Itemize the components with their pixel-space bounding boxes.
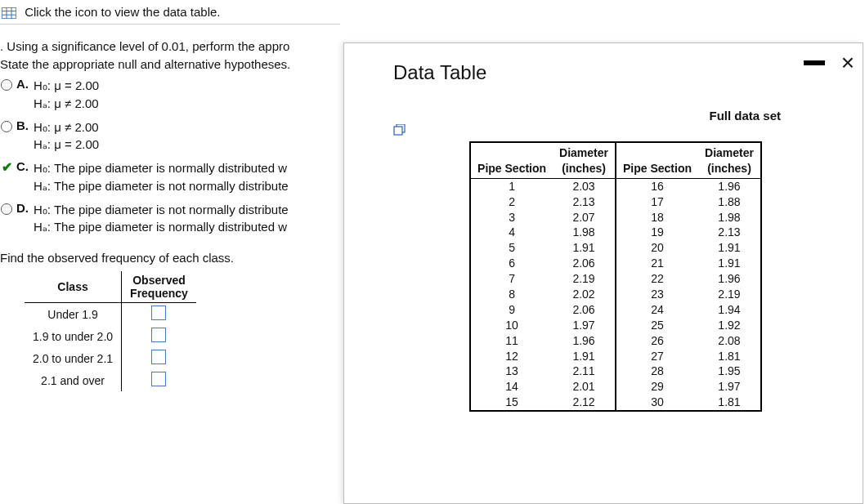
- data-cell: 20: [616, 240, 698, 256]
- data-cell: 16: [616, 178, 698, 194]
- data-cell: 2.08: [698, 333, 761, 349]
- table-row: Under 1.9: [25, 303, 196, 326]
- data-cell: 1.91: [553, 240, 616, 256]
- frequency-table: Class ObservedFrequency Under 1.91.9 to …: [25, 271, 196, 391]
- data-cell: 29: [616, 379, 698, 395]
- data-cell: 30: [616, 395, 698, 411]
- data-cell: 1.98: [698, 210, 761, 225]
- frequency-input[interactable]: [151, 328, 166, 342]
- question-state: State the appropriate null and alternati…: [0, 57, 340, 71]
- option-letter: D.: [16, 201, 29, 215]
- data-table-modal: × Data Table Full data set Diameter Diam…: [343, 42, 863, 504]
- data-cell: 1.96: [698, 178, 761, 194]
- minimize-icon[interactable]: [804, 60, 825, 65]
- data-cell: 25: [616, 318, 698, 333]
- col-class: Class: [25, 271, 122, 303]
- copy-icon[interactable]: [393, 124, 781, 138]
- frequency-input[interactable]: [151, 306, 166, 320]
- data-cell: 11: [470, 333, 553, 349]
- col-observed: ObservedFrequency: [122, 271, 196, 303]
- col-inches: (inches): [698, 161, 761, 178]
- data-cell: 8: [470, 287, 553, 302]
- radio-icon: [1, 203, 12, 215]
- data-cell: 27: [616, 349, 698, 364]
- data-cell: 2.19: [698, 287, 761, 302]
- close-icon[interactable]: ×: [841, 55, 854, 71]
- pipe-data-table: Diameter Diameter Pipe Section (inches) …: [469, 141, 762, 412]
- top-instruction: Click the icon to view the data table.: [25, 5, 220, 19]
- table-row: 142.01291.97: [470, 379, 761, 395]
- data-cell: 13: [470, 364, 553, 379]
- table-row: 132.11281.95: [470, 364, 761, 379]
- table-row: 62.06211.91: [470, 256, 761, 271]
- col-diameter: Diameter: [553, 142, 616, 161]
- frequency-input[interactable]: [151, 350, 166, 364]
- data-cell: 1.94: [698, 302, 761, 318]
- data-cell: 1.98: [553, 225, 616, 240]
- data-cell: 2.02: [553, 287, 616, 302]
- table-row: 12.03161.96: [470, 178, 761, 194]
- table-row: 51.91201.91: [470, 240, 761, 256]
- data-cell: 1.92: [698, 318, 761, 333]
- data-table-icon[interactable]: [2, 7, 16, 19]
- table-row: 41.98192.13: [470, 225, 761, 240]
- modal-title: Data Table: [393, 61, 838, 84]
- table-row: 2.1 and over: [25, 369, 196, 391]
- data-cell: 1.95: [698, 364, 761, 379]
- check-icon: ✔: [2, 162, 12, 173]
- frequency-input[interactable]: [151, 372, 166, 386]
- table-row: 72.19221.96: [470, 271, 761, 287]
- data-cell: 1.88: [698, 194, 761, 210]
- option-letter: B.: [16, 118, 29, 132]
- ha-text: Hₐ: The pipe diameter is not normally di…: [34, 177, 340, 195]
- data-cell: 1.91: [698, 256, 761, 271]
- col-diameter: Diameter: [698, 142, 761, 161]
- option-c[interactable]: ✔ C. H₀: The pipe diameter is normally d…: [0, 159, 340, 195]
- h0-text: H₀: The pipe diameter is normally distri…: [34, 159, 340, 177]
- radio-icon: [1, 121, 12, 132]
- data-cell: 28: [616, 364, 698, 379]
- data-cell: 14: [470, 379, 553, 395]
- data-cell: 6: [470, 256, 553, 271]
- data-cell: 24: [616, 302, 698, 318]
- data-cell: 1.81: [698, 395, 761, 411]
- data-cell: 1.97: [698, 379, 761, 395]
- data-cell: 2.12: [553, 395, 616, 411]
- full-data-set-label: Full data set: [393, 109, 838, 123]
- ha-text: Hₐ: μ ≠ 2.00: [34, 95, 340, 113]
- h0-text: H₀: The pipe diameter is not normally di…: [34, 201, 340, 219]
- data-cell: 4: [470, 225, 553, 240]
- class-label: 2.0 to under 2.1: [25, 347, 122, 369]
- data-cell: 17: [616, 194, 698, 210]
- data-cell: 21: [616, 256, 698, 271]
- data-cell: 19: [616, 225, 698, 240]
- data-cell: 9: [470, 302, 553, 318]
- option-b[interactable]: B. H₀: μ ≠ 2.00 Hₐ: μ = 2.00: [0, 118, 340, 154]
- data-cell: 1.91: [553, 349, 616, 364]
- table-row: 2.0 to under 2.1: [25, 347, 196, 369]
- data-cell: 1.81: [698, 349, 761, 364]
- data-cell: 1.91: [698, 240, 761, 256]
- data-cell: 7: [470, 271, 553, 287]
- table-row: 152.12301.81: [470, 395, 761, 411]
- option-d[interactable]: D. H₀: The pipe diameter is not normally…: [0, 201, 340, 237]
- table-row: 121.91271.81: [470, 349, 761, 364]
- data-cell: 26: [616, 333, 698, 349]
- col-pipe-section: Pipe Section: [470, 161, 553, 178]
- h0-text: H₀: μ ≠ 2.00: [34, 118, 340, 136]
- class-label: Under 1.9: [25, 303, 122, 326]
- table-row: 32.07181.98: [470, 210, 761, 225]
- table-row: 22.13171.88: [470, 194, 761, 210]
- option-letter: C.: [16, 159, 29, 173]
- data-cell: 2.19: [553, 271, 616, 287]
- option-a[interactable]: A. H₀: μ = 2.00 Hₐ: μ ≠ 2.00: [0, 77, 340, 113]
- data-cell: 2.07: [553, 210, 616, 225]
- data-cell: 2.13: [698, 225, 761, 240]
- data-cell: 1.96: [698, 271, 761, 287]
- col-pipe-section: Pipe Section: [616, 161, 698, 178]
- data-cell: 18: [616, 210, 698, 225]
- data-cell: 12: [470, 349, 553, 364]
- option-letter: A.: [16, 77, 29, 91]
- table-row: 101.97251.92: [470, 318, 761, 333]
- class-label: 2.1 and over: [25, 369, 122, 391]
